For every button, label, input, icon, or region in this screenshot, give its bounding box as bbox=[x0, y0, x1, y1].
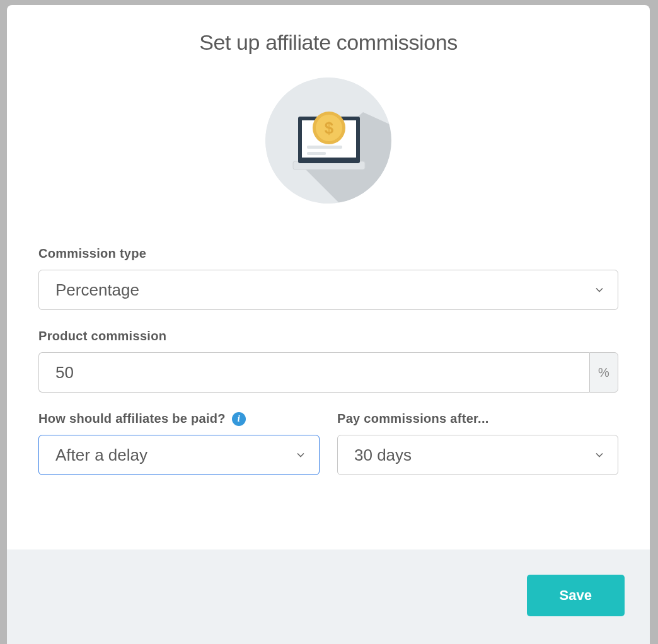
commission-type-value: Percentage bbox=[55, 280, 139, 300]
commission-type-label: Commission type bbox=[38, 246, 618, 261]
svg-rect-6 bbox=[307, 146, 342, 149]
pay-after-select[interactable]: 30 days bbox=[337, 435, 618, 475]
modal-title: Set up affiliate commissions bbox=[38, 30, 618, 55]
svg-text:$: $ bbox=[325, 118, 334, 137]
modal-body: Set up affiliate commissions bbox=[7, 5, 650, 549]
commission-type-select[interactable]: Percentage bbox=[38, 270, 618, 310]
payment-method-label: How should affiliates be paid? bbox=[38, 411, 226, 426]
info-icon[interactable]: i bbox=[232, 412, 246, 426]
pay-after-value: 30 days bbox=[354, 446, 412, 465]
commission-illustration: $ bbox=[265, 78, 391, 204]
product-commission-input[interactable] bbox=[38, 352, 589, 393]
affiliate-commissions-modal: Set up affiliate commissions bbox=[7, 5, 650, 644]
product-commission-group: Product commission % bbox=[38, 329, 618, 393]
pay-after-label: Pay commissions after... bbox=[337, 411, 489, 426]
percent-unit-addon: % bbox=[589, 352, 618, 393]
modal-footer: Save bbox=[7, 549, 650, 644]
svg-rect-7 bbox=[307, 152, 326, 155]
pay-after-group: Pay commissions after... 30 days bbox=[337, 411, 618, 475]
payment-method-select[interactable]: After a delay bbox=[38, 435, 320, 475]
payment-method-value: After a delay bbox=[55, 446, 147, 465]
commission-type-group: Commission type Percentage bbox=[38, 246, 618, 310]
payment-method-group: How should affiliates be paid? i After a… bbox=[38, 411, 320, 475]
save-button[interactable]: Save bbox=[527, 575, 625, 616]
product-commission-label: Product commission bbox=[38, 329, 618, 343]
